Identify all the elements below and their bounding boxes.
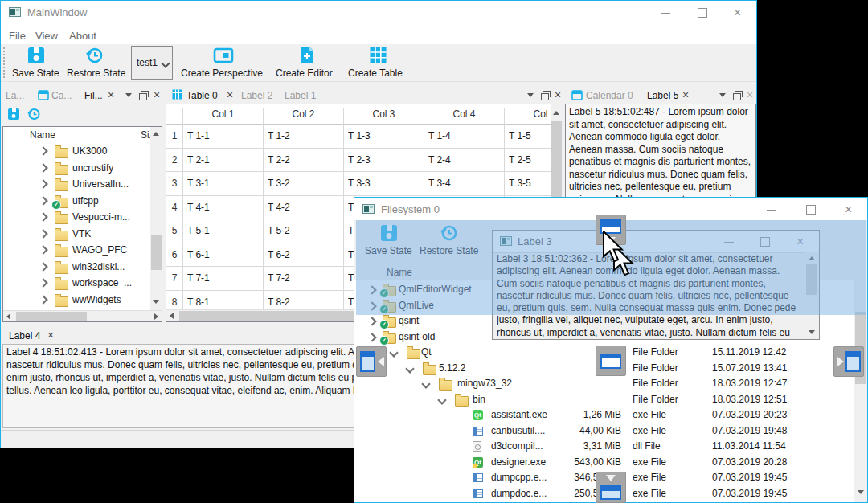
close-button[interactable]: × xyxy=(845,205,852,215)
table-row-number[interactable]: 7 xyxy=(166,272,182,284)
table-cell[interactable]: T 4-2 xyxy=(268,202,342,213)
tree-item[interactable]: wwWidgets xyxy=(3,292,149,308)
expand-chevron-icon[interactable] xyxy=(39,245,47,254)
tree-item[interactable]: workspace_... xyxy=(3,275,149,291)
expand-chevron-icon[interactable] xyxy=(367,317,376,325)
table-row-number[interactable]: 1 xyxy=(166,130,182,141)
dock-close-icon[interactable]: × xyxy=(747,89,753,100)
table-cell[interactable]: T 5-1 xyxy=(187,225,261,236)
table-cell[interactable]: T 6-1 xyxy=(187,249,261,260)
table-column-header[interactable]: Col 5 xyxy=(504,108,551,124)
expand-chevron-icon[interactable] xyxy=(421,379,430,388)
dock-indicator-center-icon[interactable] xyxy=(596,346,626,376)
save-icon[interactable] xyxy=(7,108,20,121)
table-cell[interactable]: T 6-2 xyxy=(268,249,342,260)
maximize-button[interactable] xyxy=(698,8,707,18)
tree-vertical-scrollbar[interactable] xyxy=(150,127,162,310)
tree-horizontal-scrollbar[interactable] xyxy=(3,310,162,322)
tree-item[interactable]: uncrustify xyxy=(3,160,149,176)
fs-item-name[interactable]: qsint xyxy=(399,315,419,326)
expand-chevron-icon[interactable] xyxy=(39,278,47,287)
table-row-number[interactable]: 5 xyxy=(166,225,182,236)
expand-chevron-icon[interactable] xyxy=(39,146,47,155)
create-perspective-button[interactable]: Create Perspective xyxy=(179,46,268,80)
minimize-button[interactable] xyxy=(661,13,670,14)
fs-item-name[interactable]: dumpdoc.e... xyxy=(491,488,547,499)
fs-item-name[interactable]: dumpcpp.e... xyxy=(491,472,547,483)
dock-close-icon[interactable]: × xyxy=(154,89,160,100)
maximize-button[interactable] xyxy=(806,205,816,215)
tree-item[interactable]: VTK xyxy=(3,226,149,242)
fs-item-name[interactable]: mingw73_32 xyxy=(457,378,512,389)
table-cell[interactable]: T 2-2 xyxy=(268,154,342,166)
minimize-button[interactable] xyxy=(767,210,776,211)
table-cell[interactable]: T 8-1 xyxy=(187,296,261,308)
dock-indicator-bottom-icon[interactable] xyxy=(596,472,626,503)
undock-icon[interactable] xyxy=(733,93,741,100)
tab-filesystem[interactable]: Fil... xyxy=(84,90,103,101)
table-row-number[interactable]: 6 xyxy=(166,249,182,260)
tree-item[interactable]: UK3000 xyxy=(3,143,149,159)
close-button[interactable]: × xyxy=(734,8,741,18)
table-row-number[interactable]: 2 xyxy=(166,154,182,166)
main-title-bar[interactable]: MainWindow × xyxy=(1,1,756,23)
save-state-button[interactable]: Save State xyxy=(10,46,62,80)
tab-layout[interactable]: La... xyxy=(6,90,24,101)
fs-item-name[interactable]: qsint-old xyxy=(399,331,435,342)
expand-chevron-icon[interactable] xyxy=(437,395,446,404)
tab-label4[interactable]: Label 4 xyxy=(9,330,40,341)
dock-indicator-right-icon[interactable] xyxy=(833,346,864,377)
tab-calendar0[interactable]: Calendar 0 xyxy=(586,90,633,101)
table-column-header[interactable]: Col 3 xyxy=(343,108,424,124)
dock-indicator-left-icon[interactable] xyxy=(356,346,387,377)
tree-header-size[interactable]: Size xyxy=(141,129,150,141)
expand-chevron-icon[interactable] xyxy=(389,348,398,357)
expand-chevron-icon[interactable] xyxy=(367,333,376,341)
tab-menu-icon[interactable] xyxy=(719,93,726,97)
toolbar-handle[interactable] xyxy=(3,47,5,78)
table-cell[interactable]: T 8-2 xyxy=(268,296,342,308)
table-cell[interactable]: T 2-4 xyxy=(428,154,502,166)
table-cell[interactable]: T 7-2 xyxy=(268,272,342,284)
table-cell[interactable]: T 1-4 xyxy=(428,130,502,141)
tree-item[interactable]: utfcpp xyxy=(3,193,149,209)
tab-close-icon[interactable]: × xyxy=(108,89,114,100)
tree-item[interactable]: win32diski... xyxy=(3,259,149,275)
table-row-number[interactable]: 4 xyxy=(166,202,182,213)
tab-menu-icon[interactable] xyxy=(125,93,132,97)
expand-chevron-icon[interactable] xyxy=(39,229,47,238)
create-table-button[interactable]: Create Table xyxy=(346,46,409,80)
table-row-number[interactable]: 8 xyxy=(166,296,182,308)
tree-item[interactable]: Vespucci-m... xyxy=(3,209,149,225)
table-row-number[interactable]: 3 xyxy=(166,178,182,189)
fs-item-name[interactable]: assistant.exe xyxy=(491,409,547,420)
table-cell[interactable]: T 1-3 xyxy=(348,130,422,141)
expand-chevron-icon[interactable] xyxy=(39,212,47,221)
fs-item-name[interactable]: designer.exe xyxy=(491,456,546,468)
fs-item-name[interactable]: bin xyxy=(473,394,485,405)
tab-table0[interactable]: Table 0 xyxy=(186,90,218,101)
table-cell[interactable]: T 3-2 xyxy=(268,178,342,189)
menu-file[interactable]: File xyxy=(9,30,26,42)
menu-about[interactable]: About xyxy=(69,30,96,42)
expand-chevron-icon[interactable] xyxy=(39,179,47,188)
expand-chevron-icon[interactable] xyxy=(405,364,414,373)
dock-close-icon[interactable]: × xyxy=(555,89,561,100)
fs-item-name[interactable]: d3dcompil... xyxy=(491,440,543,452)
tree-item[interactable]: WAGO_PFC xyxy=(3,242,149,258)
table-cell[interactable]: T 3-5 xyxy=(509,178,551,189)
table-cell[interactable]: T 4-1 xyxy=(187,202,261,213)
table-column-header[interactable]: Col 4 xyxy=(424,108,504,124)
expand-chevron-icon[interactable] xyxy=(39,262,47,271)
table-cell[interactable]: T 2-3 xyxy=(348,154,422,166)
tab-calendar[interactable]: Ca... xyxy=(51,90,72,101)
table-cell[interactable]: T 5-2 xyxy=(268,225,342,236)
tree-header-name[interactable]: Name xyxy=(30,129,55,141)
expand-chevron-icon[interactable] xyxy=(39,295,47,304)
expand-chevron-icon[interactable] xyxy=(39,196,47,205)
undock-icon[interactable] xyxy=(541,93,549,100)
restore-icon[interactable] xyxy=(27,108,41,121)
table-cell[interactable]: T 1-5 xyxy=(509,130,551,141)
tab-close-icon[interactable]: × xyxy=(682,89,689,100)
table-cell[interactable]: T 7-1 xyxy=(187,272,261,284)
